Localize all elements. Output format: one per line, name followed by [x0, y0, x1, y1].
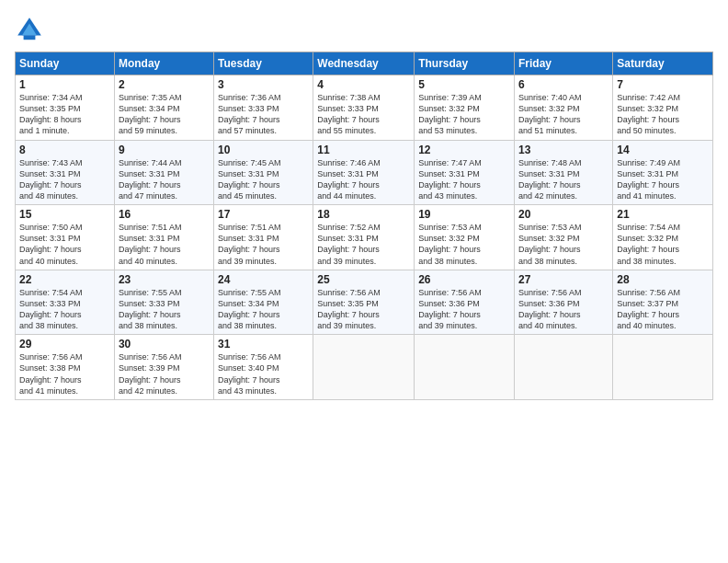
calendar-cell: 16Sunrise: 7:51 AMSunset: 3:31 PMDayligh…: [114, 205, 213, 270]
calendar-cell: 7Sunrise: 7:42 AMSunset: 3:32 PMDaylight…: [613, 75, 713, 141]
calendar-cell: 6Sunrise: 7:40 AMSunset: 3:32 PMDaylight…: [515, 75, 613, 141]
day-info: Sunrise: 7:55 AMSunset: 3:33 PMDaylight:…: [119, 287, 210, 332]
day-number: 21: [617, 208, 709, 221]
day-info: Sunrise: 7:52 AMSunset: 3:31 PMDaylight:…: [317, 222, 410, 267]
weekday-header-tuesday: Tuesday: [214, 52, 313, 75]
calendar-cell: 12Sunrise: 7:47 AMSunset: 3:31 PMDayligh…: [415, 140, 515, 205]
day-info: Sunrise: 7:56 AMSunset: 3:39 PMDaylight:…: [119, 351, 210, 396]
day-info: Sunrise: 7:56 AMSunset: 3:40 PMDaylight:…: [218, 351, 309, 396]
logo: [15, 15, 48, 44]
day-number: 5: [418, 78, 510, 91]
day-info: Sunrise: 7:39 AMSunset: 3:32 PMDaylight:…: [418, 92, 510, 137]
day-info: Sunrise: 7:56 AMSunset: 3:36 PMDaylight:…: [518, 287, 609, 332]
day-number: 7: [617, 78, 709, 91]
day-number: 17: [218, 208, 309, 221]
day-info: Sunrise: 7:56 AMSunset: 3:36 PMDaylight:…: [418, 287, 510, 332]
day-info: Sunrise: 7:36 AMSunset: 3:33 PMDaylight:…: [218, 92, 309, 137]
calendar-cell: 10Sunrise: 7:45 AMSunset: 3:31 PMDayligh…: [214, 140, 313, 205]
day-info: Sunrise: 7:54 AMSunset: 3:33 PMDaylight:…: [19, 287, 110, 332]
calendar-cell: 21Sunrise: 7:54 AMSunset: 3:32 PMDayligh…: [613, 205, 713, 270]
day-number: 23: [119, 273, 210, 286]
day-number: 28: [617, 273, 709, 286]
calendar-cell: 4Sunrise: 7:38 AMSunset: 3:33 PMDaylight…: [313, 75, 415, 141]
day-info: Sunrise: 7:38 AMSunset: 3:33 PMDaylight:…: [317, 92, 410, 137]
calendar-cell: 30Sunrise: 7:56 AMSunset: 3:39 PMDayligh…: [114, 335, 213, 400]
day-number: 18: [317, 208, 410, 221]
calendar-cell: 3Sunrise: 7:36 AMSunset: 3:33 PMDaylight…: [214, 75, 313, 141]
day-number: 29: [19, 338, 110, 350]
day-info: Sunrise: 7:55 AMSunset: 3:34 PMDaylight:…: [218, 287, 309, 332]
day-number: 30: [119, 338, 210, 350]
calendar-cell: 14Sunrise: 7:49 AMSunset: 3:31 PMDayligh…: [613, 140, 713, 205]
week-row-2: 8Sunrise: 7:43 AMSunset: 3:31 PMDaylight…: [16, 140, 713, 205]
day-info: Sunrise: 7:53 AMSunset: 3:32 PMDaylight:…: [418, 222, 510, 267]
day-info: Sunrise: 7:51 AMSunset: 3:31 PMDaylight:…: [218, 222, 309, 267]
calendar-cell: 20Sunrise: 7:53 AMSunset: 3:32 PMDayligh…: [515, 205, 613, 270]
day-info: Sunrise: 7:43 AMSunset: 3:31 PMDaylight:…: [19, 157, 110, 202]
day-info: Sunrise: 7:56 AMSunset: 3:35 PMDaylight:…: [317, 287, 410, 332]
calendar-cell: 22Sunrise: 7:54 AMSunset: 3:33 PMDayligh…: [16, 270, 115, 335]
calendar-cell: 29Sunrise: 7:56 AMSunset: 3:38 PMDayligh…: [16, 335, 115, 400]
weekday-header-friday: Friday: [515, 52, 613, 75]
day-number: 22: [19, 273, 110, 286]
day-number: 9: [119, 144, 210, 156]
day-number: 15: [19, 208, 110, 221]
calendar-cell: 31Sunrise: 7:56 AMSunset: 3:40 PMDayligh…: [214, 335, 313, 400]
day-info: Sunrise: 7:34 AMSunset: 3:35 PMDaylight:…: [19, 92, 110, 137]
day-info: Sunrise: 7:53 AMSunset: 3:32 PMDaylight:…: [518, 222, 609, 267]
day-number: 11: [317, 144, 410, 156]
calendar-cell: 28Sunrise: 7:56 AMSunset: 3:37 PMDayligh…: [613, 270, 713, 335]
calendar-cell: 17Sunrise: 7:51 AMSunset: 3:31 PMDayligh…: [214, 205, 313, 270]
calendar-cell: 8Sunrise: 7:43 AMSunset: 3:31 PMDaylight…: [16, 140, 115, 205]
calendar-cell: 9Sunrise: 7:44 AMSunset: 3:31 PMDaylight…: [114, 140, 213, 205]
day-number: 19: [418, 208, 510, 221]
day-info: Sunrise: 7:35 AMSunset: 3:34 PMDaylight:…: [119, 92, 210, 137]
week-row-3: 15Sunrise: 7:50 AMSunset: 3:31 PMDayligh…: [16, 205, 713, 270]
calendar-cell: 11Sunrise: 7:46 AMSunset: 3:31 PMDayligh…: [313, 140, 415, 205]
day-number: 16: [119, 208, 210, 221]
day-info: Sunrise: 7:51 AMSunset: 3:31 PMDaylight:…: [119, 222, 210, 267]
calendar-cell: [515, 335, 613, 400]
day-info: Sunrise: 7:40 AMSunset: 3:32 PMDaylight:…: [518, 92, 609, 137]
day-info: Sunrise: 7:54 AMSunset: 3:32 PMDaylight:…: [617, 222, 709, 267]
day-number: 13: [518, 144, 609, 156]
calendar-cell: 15Sunrise: 7:50 AMSunset: 3:31 PMDayligh…: [16, 205, 115, 270]
week-row-4: 22Sunrise: 7:54 AMSunset: 3:33 PMDayligh…: [16, 270, 713, 335]
day-number: 4: [317, 78, 410, 91]
day-info: Sunrise: 7:45 AMSunset: 3:31 PMDaylight:…: [218, 157, 309, 202]
day-number: 8: [19, 144, 110, 156]
weekday-header-monday: Monday: [114, 52, 213, 75]
week-row-1: 1Sunrise: 7:34 AMSunset: 3:35 PMDaylight…: [16, 75, 713, 141]
weekday-header-saturday: Saturday: [613, 52, 713, 75]
calendar-cell: 26Sunrise: 7:56 AMSunset: 3:36 PMDayligh…: [415, 270, 515, 335]
calendar-cell: 25Sunrise: 7:56 AMSunset: 3:35 PMDayligh…: [313, 270, 415, 335]
day-number: 12: [418, 144, 510, 156]
header: [15, 15, 713, 44]
day-info: Sunrise: 7:50 AMSunset: 3:31 PMDaylight:…: [19, 222, 110, 267]
day-number: 3: [218, 78, 309, 91]
day-number: 2: [119, 78, 210, 91]
day-number: 14: [617, 144, 709, 156]
day-number: 1: [19, 78, 110, 91]
svg-rect-2: [24, 35, 36, 40]
calendar-cell: 27Sunrise: 7:56 AMSunset: 3:36 PMDayligh…: [515, 270, 613, 335]
day-info: Sunrise: 7:42 AMSunset: 3:32 PMDaylight:…: [617, 92, 709, 137]
calendar-cell: [415, 335, 515, 400]
weekday-header-thursday: Thursday: [415, 52, 515, 75]
day-info: Sunrise: 7:46 AMSunset: 3:31 PMDaylight:…: [317, 157, 410, 202]
calendar-cell: 13Sunrise: 7:48 AMSunset: 3:31 PMDayligh…: [515, 140, 613, 205]
day-info: Sunrise: 7:47 AMSunset: 3:31 PMDaylight:…: [418, 157, 510, 202]
day-number: 31: [218, 338, 309, 350]
day-number: 25: [317, 273, 410, 286]
day-info: Sunrise: 7:56 AMSunset: 3:38 PMDaylight:…: [19, 351, 110, 396]
day-number: 26: [418, 273, 510, 286]
day-number: 27: [518, 273, 609, 286]
calendar-cell: 18Sunrise: 7:52 AMSunset: 3:31 PMDayligh…: [313, 205, 415, 270]
week-row-5: 29Sunrise: 7:56 AMSunset: 3:38 PMDayligh…: [16, 335, 713, 400]
calendar-cell: [613, 335, 713, 400]
calendar-cell: 1Sunrise: 7:34 AMSunset: 3:35 PMDaylight…: [16, 75, 115, 141]
weekday-header-sunday: Sunday: [16, 52, 115, 75]
weekday-header-row: SundayMondayTuesdayWednesdayThursdayFrid…: [16, 52, 713, 75]
day-number: 20: [518, 208, 609, 221]
day-info: Sunrise: 7:48 AMSunset: 3:31 PMDaylight:…: [518, 157, 609, 202]
